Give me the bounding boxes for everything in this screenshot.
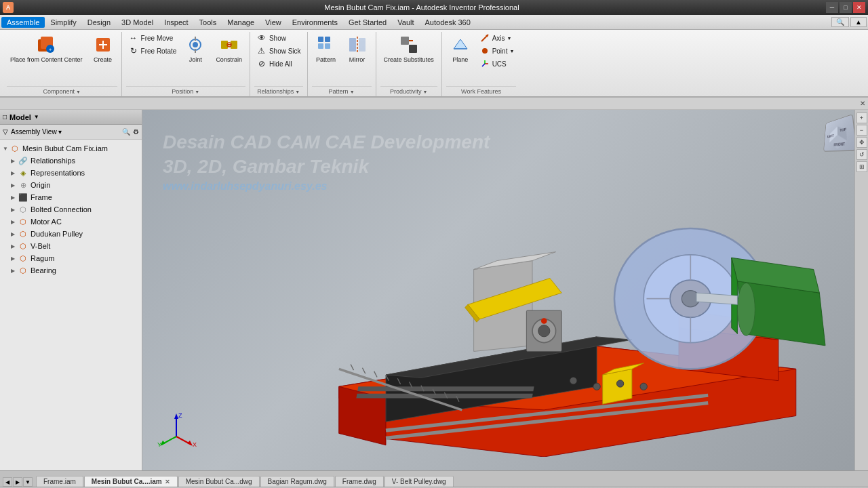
point-button[interactable]: Point ▼ [477, 45, 517, 57]
pattern-dropdown-arrow: ▼ [350, 89, 355, 94]
panel-close-button[interactable]: ✕ [860, 100, 865, 107]
place-icon: + [35, 34, 57, 56]
tree-item-ragum[interactable]: ▶ ⬡ Ragum [0, 252, 142, 264]
assembly-view-dropdown[interactable]: Assembly View ▾ [11, 128, 62, 136]
tree-item-frame[interactable]: ▶ ⬛ Frame [0, 191, 142, 203]
pattern-button[interactable]: Pattern [312, 32, 340, 66]
tree-item-motor[interactable]: ▶ ⬡ Motor AC [0, 216, 142, 228]
window-controls: ─ □ ✕ [826, 2, 865, 13]
tree-item-relationships[interactable]: ▶ 🔗 Relationships [0, 155, 142, 167]
search-tree-icon[interactable]: 🔍 [122, 128, 130, 136]
tab-scroll-right[interactable]: ▶ [13, 477, 22, 487]
create-substitutes-button[interactable]: Create Substitutes [380, 32, 437, 66]
plane-button-label: Plane [452, 57, 468, 64]
create-substitutes-icon [398, 34, 420, 56]
tree-item-dudukan[interactable]: ▶ ⬡ Dudukan Pulley [0, 228, 142, 240]
frame-icon: ⬛ [18, 192, 28, 203]
tab-bagian-ragum[interactable]: Bagian Ragum.dwg [260, 476, 334, 487]
menu-vault[interactable]: Vault [392, 17, 419, 28]
place-from-content-center-button[interactable]: + Place from Content Center [7, 32, 86, 66]
zoom-out-button[interactable]: − [856, 125, 867, 136]
svg-point-29 [482, 48, 488, 54]
main-viewport[interactable]: Desain CAD CAM CAE Development 3D, 2D, G… [142, 110, 868, 470]
fit-button[interactable]: ⊞ [856, 161, 867, 172]
bolted-expand[interactable]: ▶ [11, 207, 18, 213]
settings-icon[interactable]: ⚙ [133, 128, 139, 136]
origin-icon: ⊕ [18, 180, 28, 190]
ucs-button[interactable]: UCS [477, 58, 517, 70]
hide-all-button[interactable]: ⊘ Hide All [254, 58, 303, 70]
filter-icon[interactable]: ▽ [3, 128, 8, 136]
tree-item-origin[interactable]: ▶ ⊕ Origin [0, 179, 142, 191]
joint-button[interactable]: Joint [181, 32, 210, 66]
tab-mesin-iam-close[interactable]: ✕ [165, 479, 170, 485]
axis-button[interactable]: Axis ▼ [477, 32, 517, 44]
tab-mesin-bubut-dwg[interactable]: Mesin Bubut Ca...dwg [178, 476, 260, 487]
frame-expand[interactable]: ▶ [11, 195, 18, 201]
close-button[interactable]: ✕ [853, 2, 865, 13]
ribbon-group-component: + Place from Content Center Create [3, 32, 122, 96]
svg-line-68 [374, 371, 377, 378]
origin-expand[interactable]: ▶ [11, 182, 18, 188]
search-button[interactable]: 🔍 [831, 17, 849, 27]
tab-vbelt-pulley[interactable]: V- Belt Pulley.dwg [384, 476, 454, 487]
menu-view[interactable]: View [260, 17, 287, 28]
tree-item-bolted[interactable]: ▶ ⬡ Bolted Connection [0, 203, 142, 216]
frame-label: Frame [31, 193, 52, 201]
pattern-group-label[interactable]: Pattern ▼ [312, 86, 372, 96]
model-panel-dropdown[interactable]: ▼ [34, 114, 39, 120]
bearing-expand[interactable]: ▶ [11, 268, 18, 274]
orbit-button[interactable]: ↺ [856, 149, 867, 160]
tree-root-item[interactable]: ▼ ⬡ Mesin Bubut Cam Fix.iam [0, 142, 142, 155]
menu-design[interactable]: Design [82, 17, 116, 28]
menu-inspect[interactable]: Inspect [159, 17, 193, 28]
productivity-group-label[interactable]: Productivity ▼ [380, 86, 437, 96]
free-move-button[interactable]: ↔ Free Move [126, 32, 179, 44]
menu-3dmodel[interactable]: 3D Model [116, 17, 159, 28]
tab-scroll-left[interactable]: ◀ [3, 477, 12, 487]
dudukan-expand[interactable]: ▶ [11, 231, 18, 237]
menu-tools[interactable]: Tools [194, 17, 222, 28]
vbelt-expand[interactable]: ▶ [11, 243, 18, 249]
tab-mesin-bubut-iam[interactable]: Mesin Bubut Ca....iam ✕ [84, 476, 178, 487]
viewcube-box[interactable]: FRONT LEFT TOP [823, 114, 857, 152]
spindle-chuck [526, 310, 561, 351]
ragum-expand[interactable]: ▶ [11, 256, 18, 262]
minimize-button[interactable]: ─ [826, 2, 838, 13]
show-sick-button[interactable]: ⚠ Show Sick [254, 45, 303, 57]
menu-manage[interactable]: Manage [222, 17, 260, 28]
svg-text:+: + [49, 47, 52, 53]
show-button[interactable]: 👁 Show [254, 32, 303, 44]
pan-button[interactable]: ✥ [856, 137, 867, 148]
tab-frame-dwg[interactable]: Frame.dwg [335, 476, 384, 487]
rel-expand[interactable]: ▶ [11, 158, 18, 164]
component-group-label[interactable]: Component ▼ [7, 86, 117, 96]
menu-simplify[interactable]: Simplify [45, 17, 82, 28]
tab-list-button[interactable]: ▼ [23, 477, 33, 487]
ribbon-group-pattern: Pattern Mirror Pattern ▼ [308, 32, 376, 96]
menu-autodesk360[interactable]: Autodesk 360 [420, 17, 476, 28]
menu-environments[interactable]: Environments [287, 17, 343, 28]
menu-assemble[interactable]: Assemble [1, 17, 45, 28]
ribbon-group-productivity: Create Substitutes Productivity ▼ [376, 32, 442, 96]
plane-button[interactable]: Plane [446, 32, 475, 66]
maximize-button[interactable]: □ [840, 2, 852, 13]
relationships-group-label[interactable]: Relationships ▼ [254, 86, 303, 96]
menu-getstarted[interactable]: Get Started [343, 17, 392, 28]
ribbon-toggle-button[interactable]: ▲ [850, 17, 867, 27]
work-features-label: Work Features [461, 88, 501, 95]
motor-expand[interactable]: ▶ [11, 219, 18, 225]
free-rotate-button[interactable]: ↻ Free Rotate [126, 45, 179, 57]
position-group-label[interactable]: Position ▼ [126, 86, 245, 96]
rep-expand[interactable]: ▶ [11, 170, 18, 176]
create-button[interactable]: Create [89, 32, 117, 66]
zoom-in-button[interactable]: + [856, 113, 867, 123]
position-dropdown-arrow: ▼ [195, 89, 199, 94]
mirror-button[interactable]: Mirror [343, 32, 372, 66]
root-expand-arrow[interactable]: ▼ [3, 146, 9, 152]
constrain-button[interactable]: Constrain [212, 32, 245, 66]
tab-frame-iam[interactable]: Frame.iam [36, 476, 83, 487]
tree-item-representations[interactable]: ▶ ◈ Representations [0, 167, 142, 179]
tree-item-bearing[interactable]: ▶ ⬡ Bearing [0, 264, 142, 277]
tree-item-vbelt[interactable]: ▶ ⬡ V-Belt [0, 240, 142, 252]
